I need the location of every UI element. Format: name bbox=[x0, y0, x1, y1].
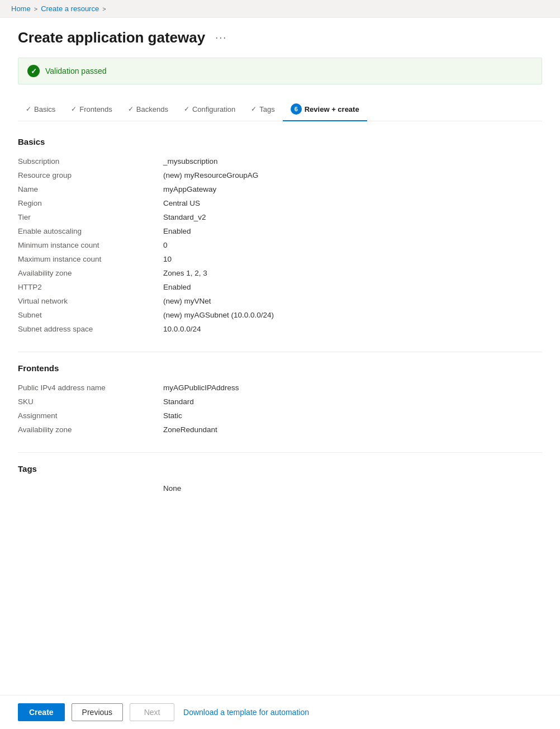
tags-section: Tags None bbox=[18, 464, 542, 495]
row-label: Region bbox=[18, 196, 163, 210]
row-label: Minimum instance count bbox=[18, 238, 163, 252]
row-label: Subnet bbox=[18, 308, 163, 322]
frontends-table: Public IPv4 address namemyAGPublicIPAddr… bbox=[18, 381, 542, 437]
footer: Create Previous Next Download a template… bbox=[0, 695, 560, 729]
table-row: Enable autoscalingEnabled bbox=[18, 224, 542, 238]
row-label: Assignment bbox=[18, 409, 163, 423]
next-button: Next bbox=[130, 703, 174, 721]
row-value: _mysubscription bbox=[163, 154, 542, 168]
tab-frontends-check: ✓ bbox=[71, 105, 77, 113]
table-row: HTTP2Enabled bbox=[18, 280, 542, 294]
breadcrumb-sep1: > bbox=[34, 6, 37, 12]
frontends-section: Frontends Public IPv4 address namemyAGPu… bbox=[18, 363, 542, 437]
row-value: (new) myAGSubnet (10.0.0.0/24) bbox=[163, 308, 542, 322]
basics-table: Subscription_mysubscriptionResource grou… bbox=[18, 154, 542, 336]
row-value: Standard_v2 bbox=[163, 210, 542, 224]
table-row: TierStandard_v2 bbox=[18, 210, 542, 224]
tab-configuration-label: Configuration bbox=[192, 105, 235, 113]
frontends-section-title: Frontends bbox=[18, 363, 542, 373]
tab-tags[interactable]: ✓ Tags bbox=[243, 100, 282, 120]
tabs-row: ✓ Basics ✓ Frontends ✓ Backends ✓ Config… bbox=[18, 98, 542, 121]
row-label: SKU bbox=[18, 395, 163, 409]
row-value: 10 bbox=[163, 252, 542, 266]
row-value: None bbox=[163, 481, 542, 495]
breadcrumb-sep2: > bbox=[102, 6, 106, 12]
more-options-button[interactable]: ··· bbox=[212, 31, 230, 45]
tags-table: None bbox=[18, 481, 542, 495]
row-label: Tier bbox=[18, 210, 163, 224]
tab-frontends-label: Frontends bbox=[79, 105, 112, 113]
row-label: Name bbox=[18, 182, 163, 196]
tab-backends-check: ✓ bbox=[128, 105, 134, 113]
row-value: Standard bbox=[163, 395, 542, 409]
table-row: Maximum instance count10 bbox=[18, 252, 542, 266]
top-bar: Home > Create a resource > bbox=[0, 0, 560, 18]
table-row: Subnet(new) myAGSubnet (10.0.0.0/24) bbox=[18, 308, 542, 322]
row-value: Enabled bbox=[163, 224, 542, 238]
basics-section-title: Basics bbox=[18, 137, 542, 146]
page-title-row: Create application gateway ··· bbox=[18, 29, 542, 46]
row-value: (new) myVNet bbox=[163, 294, 542, 308]
table-row: Minimum instance count0 bbox=[18, 238, 542, 252]
tab-frontends[interactable]: ✓ Frontends bbox=[63, 100, 120, 120]
tab-backends[interactable]: ✓ Backends bbox=[120, 100, 176, 120]
row-label bbox=[18, 481, 163, 495]
row-value: Central US bbox=[163, 196, 542, 210]
validation-text: Validation passed bbox=[45, 67, 106, 75]
table-row: RegionCentral US bbox=[18, 196, 542, 210]
table-row: SKUStandard bbox=[18, 395, 542, 409]
tab-tags-check: ✓ bbox=[251, 105, 257, 113]
row-label: Resource group bbox=[18, 168, 163, 182]
basics-section: Basics Subscription_mysubscriptionResour… bbox=[18, 137, 542, 336]
page-title: Create application gateway bbox=[18, 29, 205, 46]
table-row: Subscription_mysubscription bbox=[18, 154, 542, 168]
table-row: Subnet address space10.0.0.0/24 bbox=[18, 322, 542, 336]
table-row: Availability zoneZoneRedundant bbox=[18, 423, 542, 437]
tab-tags-label: Tags bbox=[259, 105, 274, 113]
row-value: 10.0.0.0/24 bbox=[163, 322, 542, 336]
breadcrumb-home[interactable]: Home bbox=[11, 4, 31, 13]
divider-2 bbox=[18, 452, 542, 453]
tab-basics-check: ✓ bbox=[26, 105, 31, 113]
table-row: Virtual network(new) myVNet bbox=[18, 294, 542, 308]
tab-review-create-label: Review + create bbox=[305, 105, 359, 113]
table-row: Availability zoneZones 1, 2, 3 bbox=[18, 266, 542, 280]
validation-banner: Validation passed bbox=[18, 58, 542, 84]
tab-configuration[interactable]: ✓ Configuration bbox=[176, 100, 243, 120]
automation-template-link[interactable]: Download a template for automation bbox=[181, 704, 311, 721]
row-label: Subscription bbox=[18, 154, 163, 168]
tab-backends-label: Backends bbox=[136, 105, 168, 113]
table-row: AssignmentStatic bbox=[18, 409, 542, 423]
tab-review-create-badge: 6 bbox=[291, 103, 302, 115]
tab-basics-label: Basics bbox=[34, 105, 55, 113]
tags-section-title: Tags bbox=[18, 464, 542, 474]
tab-configuration-check: ✓ bbox=[184, 105, 189, 113]
row-value: (new) myResourceGroupAG bbox=[163, 168, 542, 182]
row-value: Static bbox=[163, 409, 542, 423]
row-label: Public IPv4 address name bbox=[18, 381, 163, 395]
divider-1 bbox=[18, 352, 542, 352]
row-label: Availability zone bbox=[18, 266, 163, 280]
row-value: Zones 1, 2, 3 bbox=[163, 266, 542, 280]
row-label: Availability zone bbox=[18, 423, 163, 437]
table-row: Resource group(new) myResourceGroupAG bbox=[18, 168, 542, 182]
row-label: Enable autoscaling bbox=[18, 224, 163, 238]
row-label: HTTP2 bbox=[18, 280, 163, 294]
create-button[interactable]: Create bbox=[18, 703, 65, 721]
previous-button[interactable]: Previous bbox=[72, 703, 123, 721]
row-value: myAppGateway bbox=[163, 182, 542, 196]
row-value: Enabled bbox=[163, 280, 542, 294]
row-label: Maximum instance count bbox=[18, 252, 163, 266]
row-label: Virtual network bbox=[18, 294, 163, 308]
breadcrumb: Home > Create a resource > bbox=[11, 4, 106, 13]
row-label: Subnet address space bbox=[18, 322, 163, 336]
validation-icon bbox=[27, 65, 40, 77]
breadcrumb-create-resource[interactable]: Create a resource bbox=[41, 4, 99, 13]
tab-review-create[interactable]: 6 Review + create bbox=[283, 98, 367, 121]
tab-basics[interactable]: ✓ Basics bbox=[18, 100, 63, 120]
main-container: Create application gateway ··· Validatio… bbox=[0, 18, 560, 567]
table-row: NamemyAppGateway bbox=[18, 182, 542, 196]
row-value: 0 bbox=[163, 238, 542, 252]
table-row: None bbox=[18, 481, 542, 495]
table-row: Public IPv4 address namemyAGPublicIPAddr… bbox=[18, 381, 542, 395]
